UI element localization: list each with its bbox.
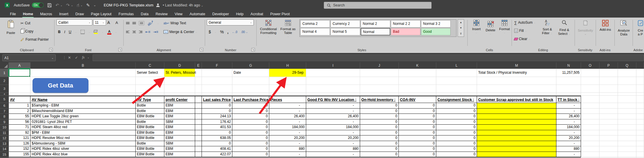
cell-I3[interactable] <box>306 85 360 93</box>
style-chip-normal-5[interactable]: Normal 5 <box>330 28 360 35</box>
cell-J11[interactable]: 0 <box>360 130 399 136</box>
cell-F9[interactable]: 176.42 <box>202 119 232 125</box>
cell-L5[interactable]: Consignment Stock : <box>436 96 477 103</box>
cell-P1[interactable] <box>599 69 618 77</box>
fill-button[interactable]: ↓Fill⌄ <box>514 28 527 34</box>
sensitivity-button[interactable]: Sensitivity⌄ <box>577 19 594 44</box>
cell-J6[interactable]: 0 <box>360 103 399 109</box>
row-header-3[interactable]: 3 <box>0 85 9 93</box>
cell-J9[interactable]: 0 <box>360 119 399 125</box>
conditional-formatting-button[interactable]: Conditional Formatting⌄ <box>259 19 278 44</box>
number-format-select[interactable]: General⌄ <box>207 19 254 25</box>
column-header-P[interactable]: P <box>599 62 618 69</box>
cell-A10[interactable]: 71 <box>9 125 30 130</box>
cell-M4[interactable] <box>477 93 556 96</box>
cell-A12[interactable]: 121 <box>9 135 30 141</box>
accounting-format-button[interactable]: $ <box>209 30 211 34</box>
cell-K14[interactable]: 0 <box>399 146 436 152</box>
cell-P2[interactable] <box>599 77 618 85</box>
column-header-M[interactable]: M <box>477 62 556 69</box>
cell-A1[interactable] <box>9 69 30 77</box>
cell-I12[interactable]: 20,200 <box>306 135 360 141</box>
cell-M9[interactable] <box>477 119 556 125</box>
cell-L6[interactable]: 0 <box>436 103 477 109</box>
cell-I4[interactable] <box>306 93 360 96</box>
style-chip-normal[interactable]: Normal <box>361 28 390 35</box>
cell-L7[interactable]: 0 <box>436 109 477 114</box>
cell-O12[interactable] <box>581 135 599 141</box>
cell-M6[interactable] <box>477 103 556 109</box>
tab-view[interactable]: View <box>171 11 186 17</box>
cell-F12[interactable]: 638.05 <box>202 135 232 141</box>
cell-N9[interactable]: - <box>556 119 581 125</box>
ink-button[interactable]: ✎ <box>86 3 90 8</box>
cell-C9[interactable]: Bottle <box>136 119 164 125</box>
cell-I10[interactable]: 184,000 <box>306 125 360 130</box>
cell-G9[interactable]: 0 <box>232 119 269 125</box>
cell-C10[interactable]: EBM Bottle <box>136 125 164 130</box>
cell-N13[interactable]: - <box>556 141 581 147</box>
cell-F13[interactable]: 0 <box>202 141 232 147</box>
cell-J8[interactable]: 0 <box>360 114 399 119</box>
insert-function-button[interactable]: fx <box>82 55 85 60</box>
row-header-12[interactable]: 12 <box>0 135 9 141</box>
cell-P4[interactable] <box>599 93 618 96</box>
cell-G11[interactable]: 0 <box>232 130 269 136</box>
row-header-8[interactable]: 8 <box>0 114 9 119</box>
cell-K10[interactable]: 0 <box>399 125 436 130</box>
cell-M5[interactable]: Customer Scrap approved but still in Sto… <box>477 96 556 103</box>
format-painter-button[interactable]: 🖉 Format Painter <box>21 36 49 43</box>
cell-B6[interactable]: $Sampling - EBM <box>30 103 136 109</box>
column-header-H[interactable]: H <box>269 62 306 69</box>
cell-G7[interactable]: 0 <box>232 109 269 114</box>
cell-O15[interactable] <box>581 152 599 157</box>
cell-H4[interactable] <box>269 93 306 96</box>
cell-B11[interactable]: $PM - EBM <box>30 130 136 136</box>
cell-D7[interactable]: EBM <box>164 109 195 114</box>
cell-M11[interactable] <box>477 130 556 136</box>
cell-H14[interactable]: 880 <box>269 146 306 152</box>
cell-H7[interactable]: - <box>269 109 306 114</box>
cell-x2[interactable] <box>636 77 644 85</box>
cell-E14[interactable] <box>195 146 202 152</box>
cell-M1[interactable]: Total Stock / Physical Invenotry <box>477 69 556 77</box>
cell-J2[interactable] <box>360 77 399 85</box>
column-header-C[interactable]: C <box>136 62 164 69</box>
cell-C1[interactable]: Server Select <box>136 69 164 77</box>
cell-N7[interactable]: - <box>556 109 581 114</box>
cell-J13[interactable]: 0 <box>360 141 399 147</box>
cell-G13[interactable]: 0 <box>232 141 269 147</box>
cell-D11[interactable]: EBM <box>164 130 195 136</box>
cell-F5[interactable]: Last sales Price <box>202 96 232 103</box>
cell-M8[interactable] <box>477 114 556 119</box>
cell-D12[interactable]: EBM <box>164 135 195 141</box>
cell-J7[interactable]: 0 <box>360 109 399 114</box>
cell-I14[interactable]: 880 <box>306 146 360 152</box>
style-chip-bad[interactable]: Bad <box>391 28 420 35</box>
orientation-button[interactable]: ab↗ <box>146 20 154 27</box>
cell-A6[interactable]: 1 <box>9 103 30 109</box>
cell-C14[interactable]: EBM Bottle <box>136 146 164 152</box>
cell-A7[interactable]: 2 <box>9 109 30 114</box>
cell-G2[interactable] <box>232 77 269 85</box>
row-header-11[interactable]: 11 <box>0 130 9 136</box>
cell-x6[interactable] <box>636 103 644 109</box>
cell-A15[interactable]: 155 <box>9 152 30 157</box>
cell-Q10[interactable] <box>618 125 636 130</box>
percent-style-button[interactable]: % <box>220 30 224 34</box>
merge-center-button[interactable]: ↔ Merge & Center⌄ <box>163 29 197 35</box>
cell-K1[interactable] <box>399 69 436 77</box>
cell-G1[interactable]: Date <box>232 69 269 77</box>
cell-M14[interactable] <box>477 146 556 152</box>
style-chip-currency-2[interactable]: Currency 2 <box>330 20 360 28</box>
cell-D10[interactable]: EBM <box>164 125 195 130</box>
cell-D4[interactable] <box>164 93 195 96</box>
cell-P7[interactable] <box>599 109 618 114</box>
cell-Q2[interactable] <box>618 77 636 85</box>
cell-H6[interactable]: - <box>269 103 306 109</box>
cut-button[interactable]: ✂Cut <box>21 20 30 26</box>
italic-button[interactable]: I <box>64 30 65 34</box>
cell-G6[interactable]: 0 <box>232 103 269 109</box>
cell-I2[interactable] <box>306 77 360 85</box>
tab-acrobat[interactable]: Acrobat <box>247 11 267 17</box>
